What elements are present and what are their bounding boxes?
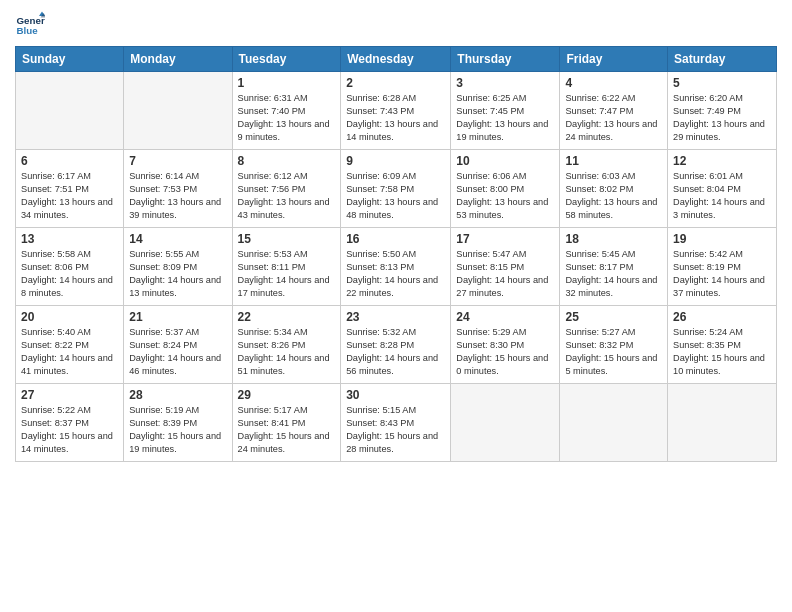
- weekday-header-sunday: Sunday: [16, 47, 124, 72]
- calendar-cell: 2Sunrise: 6:28 AM Sunset: 7:43 PM Daylig…: [341, 72, 451, 150]
- day-info: Sunrise: 5:34 AM Sunset: 8:26 PM Dayligh…: [238, 326, 336, 378]
- calendar-cell: 18Sunrise: 5:45 AM Sunset: 8:17 PM Dayli…: [560, 228, 668, 306]
- day-info: Sunrise: 5:27 AM Sunset: 8:32 PM Dayligh…: [565, 326, 662, 378]
- calendar-cell: [124, 72, 232, 150]
- calendar-cell: 12Sunrise: 6:01 AM Sunset: 8:04 PM Dayli…: [668, 150, 777, 228]
- calendar-cell: [668, 384, 777, 462]
- day-number: 11: [565, 154, 662, 168]
- day-info: Sunrise: 6:14 AM Sunset: 7:53 PM Dayligh…: [129, 170, 226, 222]
- weekday-header-thursday: Thursday: [451, 47, 560, 72]
- day-number: 6: [21, 154, 118, 168]
- calendar-cell: 29Sunrise: 5:17 AM Sunset: 8:41 PM Dayli…: [232, 384, 341, 462]
- calendar-cell: 17Sunrise: 5:47 AM Sunset: 8:15 PM Dayli…: [451, 228, 560, 306]
- day-number: 26: [673, 310, 771, 324]
- calendar-week-4: 20Sunrise: 5:40 AM Sunset: 8:22 PM Dayli…: [16, 306, 777, 384]
- weekday-header-row: SundayMondayTuesdayWednesdayThursdayFrid…: [16, 47, 777, 72]
- calendar-cell: 15Sunrise: 5:53 AM Sunset: 8:11 PM Dayli…: [232, 228, 341, 306]
- calendar-cell: 14Sunrise: 5:55 AM Sunset: 8:09 PM Dayli…: [124, 228, 232, 306]
- day-number: 24: [456, 310, 554, 324]
- calendar-cell: 22Sunrise: 5:34 AM Sunset: 8:26 PM Dayli…: [232, 306, 341, 384]
- calendar-cell: [451, 384, 560, 462]
- day-number: 23: [346, 310, 445, 324]
- day-info: Sunrise: 5:32 AM Sunset: 8:28 PM Dayligh…: [346, 326, 445, 378]
- day-number: 27: [21, 388, 118, 402]
- calendar-cell: 30Sunrise: 5:15 AM Sunset: 8:43 PM Dayli…: [341, 384, 451, 462]
- day-number: 9: [346, 154, 445, 168]
- day-info: Sunrise: 6:20 AM Sunset: 7:49 PM Dayligh…: [673, 92, 771, 144]
- day-info: Sunrise: 5:29 AM Sunset: 8:30 PM Dayligh…: [456, 326, 554, 378]
- weekday-header-saturday: Saturday: [668, 47, 777, 72]
- header: General Blue: [15, 10, 777, 40]
- day-info: Sunrise: 5:42 AM Sunset: 8:19 PM Dayligh…: [673, 248, 771, 300]
- calendar-cell: 24Sunrise: 5:29 AM Sunset: 8:30 PM Dayli…: [451, 306, 560, 384]
- day-number: 20: [21, 310, 118, 324]
- day-info: Sunrise: 5:15 AM Sunset: 8:43 PM Dayligh…: [346, 404, 445, 456]
- calendar-cell: 3Sunrise: 6:25 AM Sunset: 7:45 PM Daylig…: [451, 72, 560, 150]
- calendar-cell: 8Sunrise: 6:12 AM Sunset: 7:56 PM Daylig…: [232, 150, 341, 228]
- day-info: Sunrise: 6:28 AM Sunset: 7:43 PM Dayligh…: [346, 92, 445, 144]
- day-number: 25: [565, 310, 662, 324]
- calendar-cell: 9Sunrise: 6:09 AM Sunset: 7:58 PM Daylig…: [341, 150, 451, 228]
- day-info: Sunrise: 5:22 AM Sunset: 8:37 PM Dayligh…: [21, 404, 118, 456]
- day-info: Sunrise: 5:47 AM Sunset: 8:15 PM Dayligh…: [456, 248, 554, 300]
- day-number: 13: [21, 232, 118, 246]
- day-info: Sunrise: 6:12 AM Sunset: 7:56 PM Dayligh…: [238, 170, 336, 222]
- calendar-week-3: 13Sunrise: 5:58 AM Sunset: 8:06 PM Dayli…: [16, 228, 777, 306]
- calendar-cell: 7Sunrise: 6:14 AM Sunset: 7:53 PM Daylig…: [124, 150, 232, 228]
- day-number: 29: [238, 388, 336, 402]
- day-number: 4: [565, 76, 662, 90]
- calendar-cell: [16, 72, 124, 150]
- day-info: Sunrise: 5:55 AM Sunset: 8:09 PM Dayligh…: [129, 248, 226, 300]
- calendar-cell: 5Sunrise: 6:20 AM Sunset: 7:49 PM Daylig…: [668, 72, 777, 150]
- day-info: Sunrise: 5:53 AM Sunset: 8:11 PM Dayligh…: [238, 248, 336, 300]
- day-info: Sunrise: 5:19 AM Sunset: 8:39 PM Dayligh…: [129, 404, 226, 456]
- calendar-cell: 4Sunrise: 6:22 AM Sunset: 7:47 PM Daylig…: [560, 72, 668, 150]
- day-number: 28: [129, 388, 226, 402]
- calendar-cell: 19Sunrise: 5:42 AM Sunset: 8:19 PM Dayli…: [668, 228, 777, 306]
- day-info: Sunrise: 5:17 AM Sunset: 8:41 PM Dayligh…: [238, 404, 336, 456]
- calendar-cell: 1Sunrise: 6:31 AM Sunset: 7:40 PM Daylig…: [232, 72, 341, 150]
- calendar-cell: 27Sunrise: 5:22 AM Sunset: 8:37 PM Dayli…: [16, 384, 124, 462]
- calendar-cell: 13Sunrise: 5:58 AM Sunset: 8:06 PM Dayli…: [16, 228, 124, 306]
- calendar-cell: 6Sunrise: 6:17 AM Sunset: 7:51 PM Daylig…: [16, 150, 124, 228]
- calendar-cell: 21Sunrise: 5:37 AM Sunset: 8:24 PM Dayli…: [124, 306, 232, 384]
- weekday-header-friday: Friday: [560, 47, 668, 72]
- day-number: 15: [238, 232, 336, 246]
- calendar-cell: 20Sunrise: 5:40 AM Sunset: 8:22 PM Dayli…: [16, 306, 124, 384]
- logo: General Blue: [15, 10, 45, 40]
- day-info: Sunrise: 5:58 AM Sunset: 8:06 PM Dayligh…: [21, 248, 118, 300]
- calendar-week-5: 27Sunrise: 5:22 AM Sunset: 8:37 PM Dayli…: [16, 384, 777, 462]
- day-number: 10: [456, 154, 554, 168]
- weekday-header-monday: Monday: [124, 47, 232, 72]
- calendar-cell: 26Sunrise: 5:24 AM Sunset: 8:35 PM Dayli…: [668, 306, 777, 384]
- day-info: Sunrise: 6:22 AM Sunset: 7:47 PM Dayligh…: [565, 92, 662, 144]
- day-number: 17: [456, 232, 554, 246]
- day-number: 7: [129, 154, 226, 168]
- calendar-cell: 25Sunrise: 5:27 AM Sunset: 8:32 PM Dayli…: [560, 306, 668, 384]
- day-number: 16: [346, 232, 445, 246]
- calendar-cell: 16Sunrise: 5:50 AM Sunset: 8:13 PM Dayli…: [341, 228, 451, 306]
- svg-text:Blue: Blue: [17, 25, 39, 36]
- calendar-cell: 28Sunrise: 5:19 AM Sunset: 8:39 PM Dayli…: [124, 384, 232, 462]
- day-number: 18: [565, 232, 662, 246]
- day-number: 14: [129, 232, 226, 246]
- day-info: Sunrise: 5:50 AM Sunset: 8:13 PM Dayligh…: [346, 248, 445, 300]
- calendar-cell: 10Sunrise: 6:06 AM Sunset: 8:00 PM Dayli…: [451, 150, 560, 228]
- day-info: Sunrise: 6:03 AM Sunset: 8:02 PM Dayligh…: [565, 170, 662, 222]
- calendar-cell: 11Sunrise: 6:03 AM Sunset: 8:02 PM Dayli…: [560, 150, 668, 228]
- day-number: 12: [673, 154, 771, 168]
- day-number: 19: [673, 232, 771, 246]
- day-info: Sunrise: 6:01 AM Sunset: 8:04 PM Dayligh…: [673, 170, 771, 222]
- calendar-table: SundayMondayTuesdayWednesdayThursdayFrid…: [15, 46, 777, 462]
- calendar-cell: [560, 384, 668, 462]
- day-info: Sunrise: 5:40 AM Sunset: 8:22 PM Dayligh…: [21, 326, 118, 378]
- day-info: Sunrise: 5:45 AM Sunset: 8:17 PM Dayligh…: [565, 248, 662, 300]
- day-number: 5: [673, 76, 771, 90]
- logo-icon: General Blue: [15, 10, 45, 40]
- day-number: 3: [456, 76, 554, 90]
- day-number: 1: [238, 76, 336, 90]
- weekday-header-wednesday: Wednesday: [341, 47, 451, 72]
- calendar-week-1: 1Sunrise: 6:31 AM Sunset: 7:40 PM Daylig…: [16, 72, 777, 150]
- day-info: Sunrise: 5:37 AM Sunset: 8:24 PM Dayligh…: [129, 326, 226, 378]
- svg-text:General: General: [17, 15, 46, 26]
